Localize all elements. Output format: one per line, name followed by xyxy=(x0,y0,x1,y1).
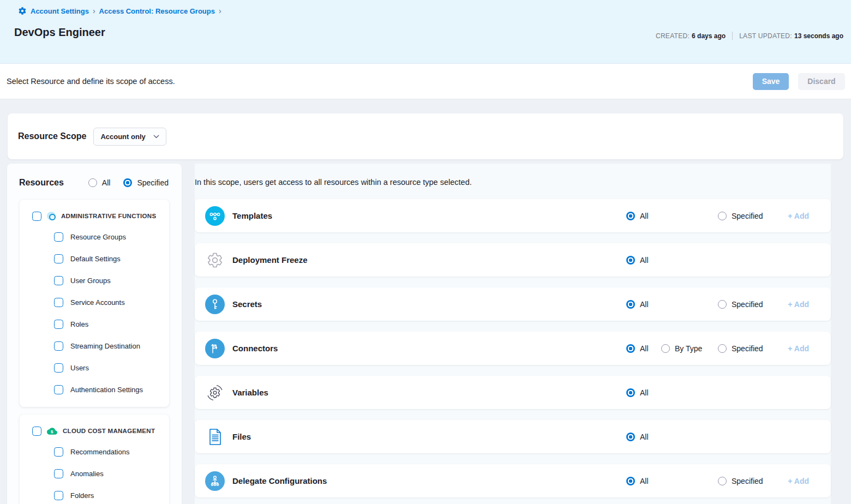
group-checkbox[interactable] xyxy=(32,427,41,436)
sidebar-item-resource-groups[interactable]: Resource Groups xyxy=(20,226,169,248)
resource-row-label: Connectors xyxy=(232,344,278,353)
group-cloud-cost-management: $ CLOUD COST MANAGEMENT Recommendations … xyxy=(20,415,169,504)
sidebar-item-label: Default Settings xyxy=(70,255,121,263)
resources-mode-specified[interactable]: Specified xyxy=(123,178,169,187)
sidebar-item-label: Authentication Settings xyxy=(70,386,143,394)
secrets-option-all[interactable]: All xyxy=(626,300,661,309)
item-checkbox[interactable] xyxy=(54,298,63,307)
resources-mode-group: All Specified xyxy=(88,178,169,187)
group-administrative-functions: ADMINISTRATIVE FUNCTIONS Resource Groups… xyxy=(20,200,169,407)
option-label: Specified xyxy=(732,212,763,220)
updated-text: LAST UPDATED:13 seconds ago xyxy=(739,32,843,40)
group-label: ADMINISTRATIVE FUNCTIONS xyxy=(61,213,156,219)
sidebar-item-anomalies[interactable]: Anomalies xyxy=(20,463,169,484)
delegate-option-specified[interactable]: Specified xyxy=(718,477,778,485)
radio-specified[interactable] xyxy=(123,178,132,187)
sidebar-item-authentication-settings[interactable]: Authentication Settings xyxy=(20,379,169,400)
sidebar-item-default-settings[interactable]: Default Settings xyxy=(20,248,169,269)
item-checkbox[interactable] xyxy=(54,447,63,457)
sidebar-item-users[interactable]: Users xyxy=(20,357,169,379)
option-label: By Type xyxy=(675,344,702,353)
created-label: CREATED: xyxy=(656,32,690,40)
sidebar-item-roles[interactable]: Roles xyxy=(20,313,169,335)
radio-all[interactable] xyxy=(626,212,635,220)
secrets-icon xyxy=(205,295,225,314)
resources-mode-all[interactable]: All xyxy=(88,178,111,187)
sidebar-item-label: Resource Groups xyxy=(70,233,126,241)
breadcrumb-account-settings[interactable]: Account Settings xyxy=(31,7,89,15)
breadcrumb: Account Settings › Access Control: Resou… xyxy=(18,7,221,15)
resources-header: Resources All Specified xyxy=(7,164,182,200)
created-value: 6 days ago xyxy=(692,32,726,40)
add-button[interactable]: + Add xyxy=(788,344,809,353)
resource-row-label: Delegate Configurations xyxy=(232,476,327,485)
item-checkbox[interactable] xyxy=(54,491,63,500)
radio-all[interactable] xyxy=(626,300,635,309)
discard-button[interactable]: Discard xyxy=(798,73,845,90)
sidebar-item-recommendations[interactable]: Recommendations xyxy=(20,441,169,463)
option-label: Specified xyxy=(732,344,763,353)
resource-row-label: Secrets xyxy=(232,299,262,309)
add-button[interactable]: + Add xyxy=(788,212,809,220)
resource-scope-label: Resource Scope xyxy=(18,131,86,141)
sidebar-item-service-accounts[interactable]: Service Accounts xyxy=(20,291,169,313)
resource-scope-dropdown[interactable]: Account only xyxy=(93,128,166,146)
sidebar-item-folders[interactable]: Folders xyxy=(20,484,169,504)
radio-all[interactable] xyxy=(626,477,635,485)
option-label: All xyxy=(640,256,649,265)
connectors-option-specified[interactable]: Specified xyxy=(718,344,778,353)
radio-all[interactable] xyxy=(626,433,635,441)
secrets-option-specified[interactable]: Specified xyxy=(718,300,778,309)
header-meta: CREATED:6 days ago LAST UPDATED:13 secon… xyxy=(656,32,843,40)
resource-row-templates: Templates All Specified + Add xyxy=(195,199,831,232)
radio-specified[interactable] xyxy=(718,300,727,309)
radio-by-type[interactable] xyxy=(661,344,670,353)
breadcrumb-resource-groups[interactable]: Access Control: Resource Groups xyxy=(99,7,215,15)
connectors-option-by-type[interactable]: By Type xyxy=(661,344,718,353)
add-button[interactable]: + Add xyxy=(788,477,809,485)
scope-description: In this scope, users get access to all r… xyxy=(195,164,831,189)
option-label: All xyxy=(640,388,649,397)
radio-all[interactable] xyxy=(626,256,635,265)
sidebar-item-label: Streaming Destination xyxy=(70,342,140,350)
toolbar: Select Resource and define its scope of … xyxy=(0,63,851,99)
meta-divider xyxy=(732,32,733,40)
item-checkbox[interactable] xyxy=(54,232,63,242)
sidebar-item-user-groups[interactable]: User Groups xyxy=(20,269,169,291)
item-checkbox[interactable] xyxy=(54,385,63,394)
add-button[interactable]: + Add xyxy=(788,300,809,309)
templates-icon xyxy=(205,206,225,226)
templates-option-specified[interactable]: Specified xyxy=(718,212,778,220)
save-button[interactable]: Save xyxy=(753,73,789,90)
delegate-option-all[interactable]: All xyxy=(626,477,661,485)
item-checkbox[interactable] xyxy=(54,469,63,478)
resource-row-variables: Variables All xyxy=(195,376,831,409)
item-checkbox[interactable] xyxy=(54,320,63,329)
resource-row-label: Variables xyxy=(232,388,268,397)
add-cell: + Add xyxy=(778,300,809,309)
deployment-freeze-option-all[interactable]: All xyxy=(626,256,661,265)
radio-all[interactable] xyxy=(626,388,635,397)
item-checkbox[interactable] xyxy=(54,363,63,373)
item-checkbox[interactable] xyxy=(54,254,63,263)
connectors-option-all[interactable]: All xyxy=(626,344,661,353)
resource-row-secrets: Secrets All Specified + Add xyxy=(195,287,831,321)
account-settings-gear-icon xyxy=(18,7,27,15)
radio-specified[interactable] xyxy=(718,212,727,220)
variables-option-all[interactable]: All xyxy=(626,388,661,397)
sidebar-item-streaming-destination[interactable]: Streaming Destination xyxy=(20,335,169,357)
resource-row-deployment-freeze: Deployment Freeze All xyxy=(195,243,831,277)
radio-all[interactable] xyxy=(626,344,635,353)
item-checkbox[interactable] xyxy=(54,341,63,351)
sidebar-item-label: User Groups xyxy=(70,277,111,285)
radio-all[interactable] xyxy=(88,178,97,187)
option-label: Specified xyxy=(732,477,763,485)
item-checkbox[interactable] xyxy=(54,276,63,285)
group-checkbox[interactable] xyxy=(32,212,41,221)
radio-specified[interactable] xyxy=(718,344,727,353)
radio-specified[interactable] xyxy=(718,477,727,485)
templates-option-all[interactable]: All xyxy=(626,212,661,220)
files-option-all[interactable]: All xyxy=(626,433,661,441)
group-header: $ CLOUD COST MANAGEMENT xyxy=(20,421,169,441)
deployment-freeze-icon xyxy=(205,250,225,270)
